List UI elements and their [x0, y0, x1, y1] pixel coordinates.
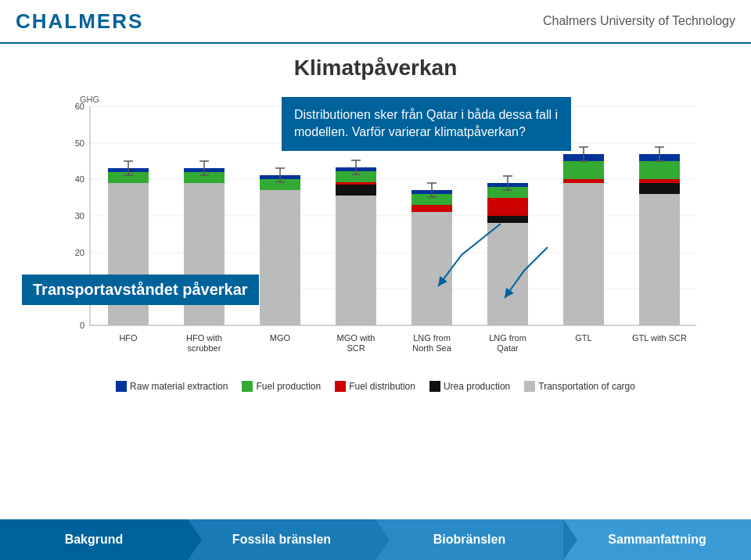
legend-label-transport: Transportation of cargo: [538, 381, 635, 392]
legend: Raw material extraction Fuel production …: [23, 381, 728, 392]
bar-lng-qatar: LNG from Qatar: [487, 176, 528, 353]
svg-rect-26: [336, 196, 376, 325]
svg-rect-20: [260, 190, 300, 325]
chart-title: Klimatpåverkan: [23, 56, 728, 81]
svg-rect-51: [563, 161, 604, 179]
x-label-mgo-scr: MGO with: [337, 333, 376, 343]
header: CHALMERS Chalmers University of Technolo…: [0, 0, 751, 44]
y-tick-0: 0: [80, 321, 84, 330]
nav-bakgrund-label: Bakgrund: [65, 533, 124, 547]
legend-label-dist: Fuel distribution: [349, 381, 415, 392]
legend-color-dist: [335, 381, 346, 392]
y-tick-60: 60: [75, 102, 84, 111]
legend-label-urea: Urea production: [444, 381, 510, 392]
svg-rect-57: [639, 183, 680, 194]
svg-rect-49: [563, 183, 604, 325]
x-label-mgo-scr2: SCR: [347, 343, 365, 353]
bar-mgo-scr: MGO with SCR: [336, 160, 376, 353]
chalmers-logo: CHALMERS: [16, 9, 143, 34]
nav-sammanfattning[interactable]: Sammanfattning: [563, 519, 751, 560]
x-label-gtl: GTL: [575, 333, 591, 343]
nav-sammanfattning-label: Sammanfattning: [608, 533, 706, 547]
svg-rect-56: [639, 194, 680, 325]
bottom-nav: Bakgrund Fossila bränslen Biobränslen Sa…: [0, 519, 751, 560]
legend-raw: Raw material extraction: [116, 381, 228, 392]
y-tick-30: 30: [75, 211, 84, 221]
bar-gtl-scr: GTL with SCR: [632, 147, 687, 343]
svg-rect-59: [639, 161, 680, 179]
x-label-lng-qatar2: Qatar: [497, 343, 519, 353]
main-content: Klimatpåverkan Distributionen sker från …: [0, 44, 751, 392]
svg-rect-58: [639, 179, 680, 183]
svg-rect-34: [411, 212, 452, 325]
y-tick-50: 50: [75, 138, 84, 148]
nav-biobranslen-label: Biobränslen: [433, 533, 505, 547]
x-label-hfo: HFO: [119, 333, 138, 343]
bar-gtl: GTL: [563, 147, 604, 343]
nav-fossila-label: Fossila bränslen: [232, 533, 331, 547]
legend-dist: Fuel distribution: [335, 381, 415, 392]
x-label-hfo-scrubber2: scrubber: [188, 343, 221, 353]
legend-color-urea: [429, 381, 440, 392]
nav-bakgrund[interactable]: Bakgrund: [0, 519, 188, 560]
svg-rect-42: [487, 216, 528, 223]
legend-label-raw: Raw material extraction: [130, 381, 228, 392]
bar-lng-north: LNG from North Sea: [411, 183, 452, 353]
legend-color-transport: [524, 381, 535, 392]
x-label-lng-north2: North Sea: [412, 343, 451, 353]
svg-rect-27: [336, 185, 376, 196]
x-label-lng-north: LNG from: [413, 333, 451, 343]
x-label-gtl-scr: GTL with SCR: [632, 333, 687, 343]
svg-rect-28: [336, 182, 376, 185]
legend-color-fuel: [242, 381, 253, 392]
bar-mgo: MGO: [260, 168, 300, 343]
x-label-lng-qatar: LNG from: [489, 333, 526, 343]
university-name: Chalmers University of Technology: [543, 14, 735, 28]
tooltip-text: Distributionen sker från Qatar i båda de…: [294, 108, 558, 138]
svg-rect-43: [487, 198, 528, 216]
x-label-mgo: MGO: [270, 333, 291, 343]
nav-biobranslen[interactable]: Biobränslen: [376, 519, 563, 560]
bar-hfo: HFO: [108, 161, 149, 343]
bar-hfo-scrubber: HFO with scrubber: [184, 161, 225, 353]
legend-urea: Urea production: [429, 381, 510, 392]
legend-color-raw: [116, 381, 127, 392]
y-tick-40: 40: [75, 174, 84, 184]
tooltip-box: Distributionen sker från Qatar i båda de…: [282, 97, 571, 151]
legend-label-fuel: Fuel production: [256, 381, 321, 392]
svg-rect-50: [563, 179, 604, 183]
y-tick-20: 20: [75, 248, 84, 257]
x-label-hfo-scrubber: HFO with: [186, 333, 222, 343]
legend-transport: Transportation of cargo: [524, 381, 635, 392]
overlay-text: Transportavståndet påverkar: [22, 275, 259, 305]
nav-fossila[interactable]: Fossila bränslen: [188, 519, 376, 560]
legend-fuel: Fuel production: [242, 381, 321, 392]
svg-rect-35: [411, 205, 452, 212]
